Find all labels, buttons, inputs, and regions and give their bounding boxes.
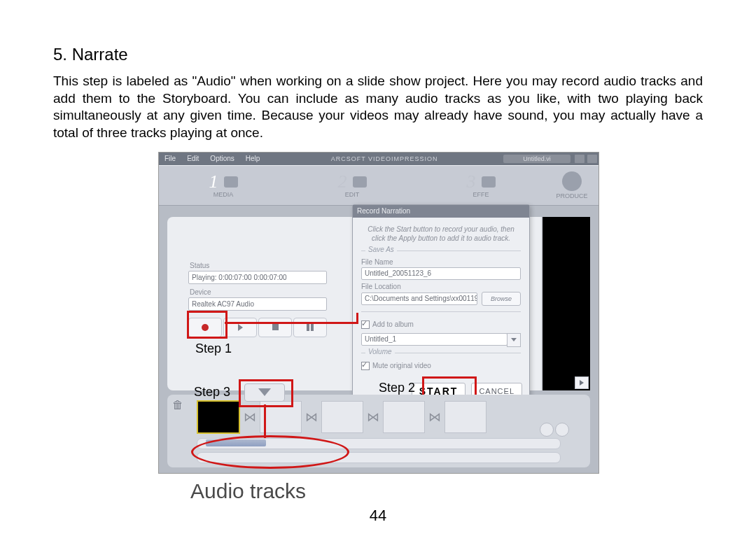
dialog-hint: Click the Start button to record your au… — [361, 225, 521, 244]
tab-label: MEDIA — [214, 191, 234, 198]
page-number: 44 — [0, 507, 756, 525]
volume-group-label: Volume — [365, 348, 395, 355]
menu-edit[interactable]: Edit — [181, 155, 204, 162]
audio-tracks — [197, 435, 561, 463]
trash-icon[interactable]: 🗑 — [172, 399, 184, 414]
dialog-title: Record Narration — [353, 205, 529, 218]
file-location-field[interactable]: C:\Documents and Settings\xx00119 — [361, 292, 477, 305]
mute-label: Mute original video — [372, 362, 431, 369]
audio-track-1[interactable] — [197, 438, 561, 449]
preview-play-button[interactable] — [575, 376, 589, 389]
audio-track-2[interactable] — [197, 452, 561, 463]
audio-clip[interactable] — [206, 439, 266, 446]
file-location-label: File Location — [361, 283, 521, 290]
play-button[interactable] — [223, 318, 257, 337]
stop-button[interactable] — [258, 318, 292, 337]
storyboard-slot[interactable] — [444, 401, 486, 433]
video-preview — [541, 217, 590, 390]
status-label: Status — [190, 262, 327, 269]
workflow-tabs: 1 MEDIA 2 EDIT 3 EFFE PRODUCE — [159, 165, 598, 206]
figure-caption: Audio tracks — [190, 479, 598, 503]
checkbox-icon — [361, 320, 370, 329]
save-as-group-label: Save As — [365, 246, 397, 253]
tab-number: 3 — [467, 173, 476, 191]
file-name-label: File Name — [361, 258, 521, 266]
album-select[interactable]: Untitled_1 — [361, 333, 507, 346]
minimize-button[interactable] — [575, 155, 584, 163]
storyboard-slot[interactable] — [383, 401, 425, 433]
tab-number: 1 — [209, 173, 218, 191]
document-name: Untitled.vi — [503, 155, 570, 163]
section-paragraph: This step is labeled as "Audio" when wor… — [53, 73, 703, 142]
record-icon — [202, 324, 209, 331]
pause-icon — [307, 324, 314, 331]
tab-label: EFFE — [472, 191, 489, 198]
tab-effects[interactable]: 3 EFFE — [416, 173, 545, 198]
annotation-step1-label: Step 1 — [195, 341, 232, 356]
file-name-field[interactable]: Untitled_20051123_6 — [361, 267, 521, 280]
transition-slot[interactable]: ⋈ — [429, 402, 440, 432]
tab-edit[interactable]: 2 EDIT — [288, 173, 416, 198]
storyboard-slot[interactable] — [321, 401, 363, 433]
media-icon — [224, 176, 238, 188]
tool-button[interactable] — [555, 423, 569, 437]
transition-slot[interactable]: ⋈ — [244, 402, 255, 432]
annotation-step3-label: Step 3 — [194, 385, 230, 400]
main-panel: Status Playing: 0:00:07:00 0:00:07:00 De… — [167, 217, 590, 390]
storyboard: 🗑 ⋈ ⋈ ⋈ ⋈ — [167, 395, 590, 467]
transition-slot[interactable]: ⋈ — [306, 402, 317, 432]
expand-chevron[interactable] — [244, 383, 285, 402]
tab-label: EDIT — [345, 191, 360, 198]
menubar: File Edit Options Help ARCSOFT VIDEOIMPR… — [159, 153, 598, 165]
chevron-down-icon[interactable] — [507, 333, 521, 347]
edit-icon — [353, 176, 367, 188]
checkbox-icon — [361, 362, 370, 370]
tab-produce[interactable]: PRODUCE — [545, 171, 598, 199]
add-to-album-checkbox[interactable]: Add to album — [361, 320, 521, 329]
pause-button[interactable] — [293, 318, 327, 337]
annotation-step2-label: Step 2 — [379, 381, 415, 395]
status-value: Playing: 0:00:07:00 0:00:07:00 — [188, 271, 327, 284]
figure: File Edit Options Help ARCSOFT VIDEOIMPR… — [158, 152, 598, 503]
section-heading: 5. Narrate — [53, 45, 703, 64]
tool-button[interactable] — [540, 423, 554, 437]
record-button[interactable] — [188, 318, 222, 337]
play-icon — [238, 324, 243, 331]
menu-help[interactable]: Help — [240, 155, 266, 162]
tab-media[interactable]: 1 MEDIA — [159, 173, 288, 198]
status-panel: Status Playing: 0:00:07:00 0:00:07:00 De… — [188, 258, 327, 337]
reel-icon — [562, 171, 582, 191]
record-controls — [188, 318, 327, 337]
browse-button[interactable]: Browse — [482, 292, 521, 306]
tab-number: 2 — [338, 173, 347, 191]
app-title: ARCSOFT VIDEOIMPRESSION — [265, 155, 503, 162]
record-narration-dialog: Record Narration Click the Start button … — [352, 204, 530, 409]
menu-options[interactable]: Options — [204, 155, 239, 162]
add-to-album-label: Add to album — [372, 320, 414, 328]
stop-icon — [272, 324, 279, 330]
effects-icon — [482, 176, 496, 188]
tab-label: PRODUCE — [556, 192, 587, 199]
storyboard-tools — [540, 423, 569, 437]
storyboard-clip[interactable] — [197, 400, 240, 434]
transition-slot[interactable]: ⋈ — [368, 402, 379, 432]
storyboard-thumbnails: ⋈ ⋈ ⋈ ⋈ — [197, 399, 569, 435]
app-window: File Edit Options Help ARCSOFT VIDEOIMPR… — [158, 152, 599, 474]
device-label: Device — [190, 288, 327, 296]
menu-file[interactable]: File — [159, 155, 181, 162]
storyboard-slot[interactable] — [260, 401, 302, 433]
mute-checkbox[interactable]: Mute original video — [361, 362, 521, 370]
device-value[interactable]: Realtek AC97 Audio — [188, 297, 327, 311]
close-button[interactable] — [587, 155, 597, 163]
